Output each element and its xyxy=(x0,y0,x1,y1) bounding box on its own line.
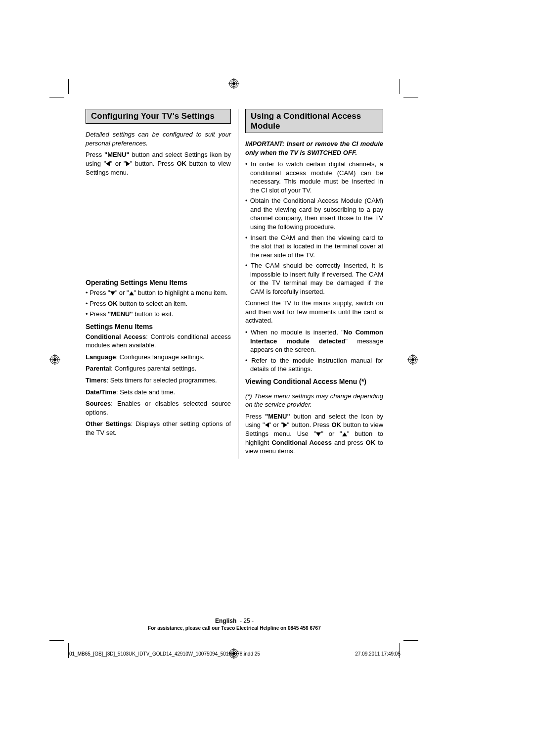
column-divider xyxy=(238,109,238,459)
settings-item-datetime: Date/Time: Sets date and time. xyxy=(86,388,231,397)
press-menu-paragraph: Press "MENU" button and select Settings … xyxy=(86,150,231,177)
registration-mark-icon xyxy=(228,78,239,89)
page-footer: English - 25 - For assistance, please ca… xyxy=(86,617,383,631)
crop-mark xyxy=(403,97,418,97)
list-item: Refer to the module instruction manual f… xyxy=(245,356,383,374)
list-item: Press "" or "" button to highlight a men… xyxy=(86,288,231,297)
settings-menu-items-heading: Settings Menu Items xyxy=(86,323,231,331)
settings-menu-screenshot xyxy=(86,180,231,274)
list-item: Obtain the Conditional Access Module (CA… xyxy=(245,196,383,231)
intro-note: Detailed settings can be configured to s… xyxy=(86,130,231,147)
up-arrow-icon xyxy=(342,432,347,436)
svg-point-14 xyxy=(411,358,414,361)
crop-mark xyxy=(68,79,69,94)
section-title-configuring: Conﬁguring Your TV's Settings xyxy=(86,109,231,124)
up-arrow-icon xyxy=(129,291,134,295)
settings-item-other: Other Settings: Displays other setting o… xyxy=(86,420,231,437)
registration-mark-icon xyxy=(49,354,60,365)
left-column: Conﬁguring Your TV's Settings Detailed s… xyxy=(86,109,231,459)
list-item: In order to watch certain digital channe… xyxy=(245,160,383,194)
left-arrow-icon xyxy=(265,423,269,427)
list-item: Press OK button to select an item. xyxy=(86,299,231,308)
down-arrow-icon xyxy=(110,291,115,295)
crop-mark xyxy=(68,643,69,658)
footer-page-number: - 25 - xyxy=(240,617,254,624)
right-arrow-icon xyxy=(126,161,130,166)
print-footer: 01_MB65_[GB]_[3D]_5103UK_IDTV_GOLD14_429… xyxy=(69,651,400,657)
important-note: IMPORTANT: Insert or remove the CI modul… xyxy=(245,140,383,157)
connect-paragraph: Connect the TV to the mains supply, swit… xyxy=(245,299,383,325)
settings-item-parental: Parental: Conﬁgures parental settings. xyxy=(86,364,231,373)
svg-point-4 xyxy=(232,82,235,85)
vca-paragraph: Press "MENU" button and select the icon … xyxy=(245,412,383,456)
right-column: Using a Conditional Access Module IMPORT… xyxy=(245,109,383,459)
section-title-cam: Using a Conditional Access Module xyxy=(245,109,383,133)
crop-mark xyxy=(400,79,400,94)
crop-mark xyxy=(49,97,64,97)
settings-item-language: Language: Conﬁgures language settings. xyxy=(86,353,231,362)
list-item: The CAM should be correctly inserted, it… xyxy=(245,261,383,296)
registration-mark-icon xyxy=(407,354,418,365)
cam-bullets-2: When no module is inserted, "No Common I… xyxy=(245,328,383,374)
operating-settings-heading: Operating Settings Menu Items xyxy=(86,279,231,286)
svg-point-9 xyxy=(53,358,56,361)
cam-bullets-1: In order to watch certain digital channe… xyxy=(245,160,383,296)
viewing-cam-heading: Viewing Conditional Access Menu (*) xyxy=(245,378,383,385)
settings-item-conditional-access: Conditional Access: Controls conditional… xyxy=(86,332,231,350)
right-arrow-icon xyxy=(283,423,287,427)
footer-helpline: For assistance, please call our Tesco El… xyxy=(86,625,383,631)
list-item: Press "MENU" button to exit. xyxy=(86,310,231,319)
list-item: Insert the CAM and then the viewing card… xyxy=(245,234,383,260)
crop-mark xyxy=(49,640,64,641)
vca-note: (*) These menu settings may change depen… xyxy=(245,392,383,409)
operating-bullets: Press "" or "" button to highlight a men… xyxy=(86,288,231,319)
list-item: When no module is inserted, "No Common I… xyxy=(245,328,383,354)
settings-item-sources: Sources: Enables or disables selected so… xyxy=(86,399,231,417)
down-arrow-icon xyxy=(316,432,321,436)
crop-mark xyxy=(403,640,418,641)
print-timestamp: 27.09.2011 17:49:05 xyxy=(355,651,400,657)
footer-language: English xyxy=(215,617,236,624)
print-file-name: 01_MB65_[GB]_[3D]_5103UK_IDTV_GOLD14_429… xyxy=(69,651,260,657)
settings-item-timers: Timers: Sets timers for selected program… xyxy=(86,376,231,385)
